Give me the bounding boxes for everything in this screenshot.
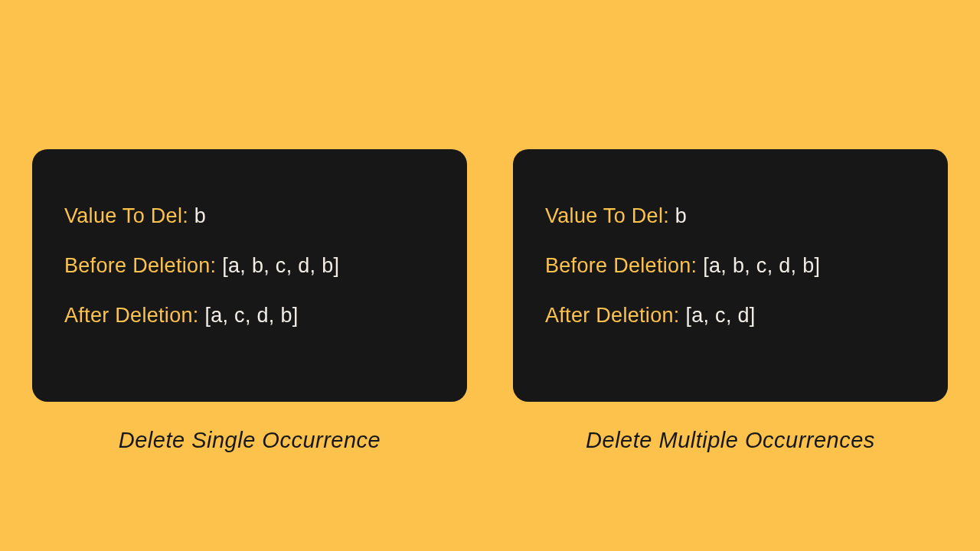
- row-value-to-del: Value To Del: b: [64, 204, 435, 228]
- value-to-del: b: [675, 204, 687, 227]
- caption-single: Delete Single Occurrence: [119, 428, 381, 453]
- diagram-container: Value To Del: b Before Deletion: [a, b, …: [0, 0, 980, 453]
- panel-multiple: Value To Del: b Before Deletion: [a, b, …: [513, 149, 948, 453]
- value-to-del: b: [194, 204, 206, 227]
- value-before-deletion: [a, b, c, d, b]: [222, 254, 339, 277]
- panel-single: Value To Del: b Before Deletion: [a, b, …: [32, 149, 467, 453]
- row-before-deletion: Before Deletion: [a, b, c, d, b]: [545, 254, 916, 278]
- row-after-deletion: After Deletion: [a, c, d, b]: [64, 304, 435, 328]
- value-before-deletion: [a, b, c, d, b]: [703, 254, 820, 277]
- row-value-to-del: Value To Del: b: [545, 204, 916, 228]
- label-value-to-del: Value To Del:: [64, 204, 194, 227]
- value-after-deletion: [a, c, d, b]: [204, 304, 298, 327]
- card-multiple: Value To Del: b Before Deletion: [a, b, …: [513, 149, 948, 402]
- label-after-deletion: After Deletion:: [64, 304, 204, 327]
- label-value-to-del: Value To Del:: [545, 204, 675, 227]
- label-before-deletion: Before Deletion:: [545, 254, 703, 277]
- card-single: Value To Del: b Before Deletion: [a, b, …: [32, 149, 467, 402]
- row-after-deletion: After Deletion: [a, c, d]: [545, 304, 916, 328]
- value-after-deletion: [a, c, d]: [685, 304, 755, 327]
- label-before-deletion: Before Deletion:: [64, 254, 222, 277]
- caption-multiple: Delete Multiple Occurrences: [586, 428, 875, 453]
- row-before-deletion: Before Deletion: [a, b, c, d, b]: [64, 254, 435, 278]
- label-after-deletion: After Deletion:: [545, 304, 685, 327]
